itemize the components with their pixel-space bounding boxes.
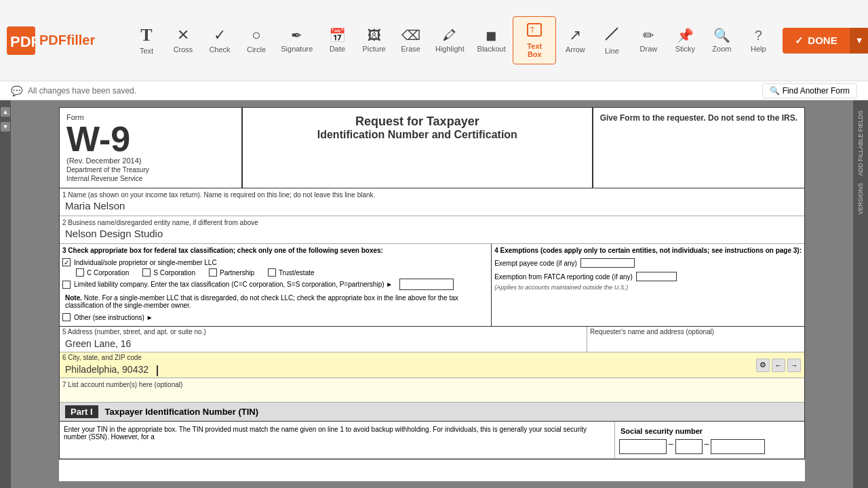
llc-checkbox[interactable] xyxy=(62,281,71,289)
indiv-checkbox-row: ✓ Individual/sole proprietor or single-m… xyxy=(62,258,488,266)
trust-checkbox[interactable] xyxy=(268,268,276,277)
prev-field-button[interactable]: ← xyxy=(772,359,785,372)
tool-textbox[interactable]: T Text Box xyxy=(513,16,556,64)
fatca-label: Exemption from FATCA reporting code (if … xyxy=(494,273,633,281)
tool-text[interactable]: T Text xyxy=(129,21,164,60)
next-field-button[interactable]: → xyxy=(787,359,801,372)
nav-up-button[interactable]: ▲ xyxy=(1,107,10,117)
circle-icon: ○ xyxy=(252,28,260,43)
tool-arrow[interactable]: ↗ Arrow xyxy=(557,22,593,59)
done-checkmark-icon: ✓ xyxy=(795,35,804,47)
tool-zoom[interactable]: 🔍 Zoom xyxy=(704,23,739,58)
field3-label: 3 Check appropriate box for federal tax … xyxy=(62,247,488,256)
tool-sticky[interactable]: 📌 Sticky xyxy=(667,23,703,58)
cross-icon: ✕ xyxy=(177,28,189,43)
settings-button[interactable]: ⚙ xyxy=(756,359,770,372)
field7-row: 7 List account number(s) here (optional) xyxy=(60,378,804,403)
scorp-option: S Corporation xyxy=(142,268,195,277)
form-department1: Department of the Treasury xyxy=(66,166,235,174)
exempt-payee-row: Exempt payee code (if any) xyxy=(494,258,802,268)
tin-right: Social security number – – xyxy=(614,422,804,458)
field-controls: ⚙ ← → xyxy=(756,359,801,372)
logo-text: PDFfiller xyxy=(39,33,95,48)
ssn-label: Social security number xyxy=(619,426,800,436)
document: Form W-9 (Rev. December 2014) Department… xyxy=(59,107,805,481)
svg-text:T: T xyxy=(530,26,534,34)
tool-arrow-label: Arrow xyxy=(566,45,585,54)
llc-input[interactable] xyxy=(399,279,454,290)
field6-value[interactable]: Philadelphia, 90432 xyxy=(60,363,154,378)
check-icon: ✓ xyxy=(214,28,226,43)
fatca-row: Exemption from FATCA reporting code (if … xyxy=(494,272,802,281)
tool-check[interactable]: ✓ Check xyxy=(202,22,237,59)
tool-help-label: Help xyxy=(751,45,766,53)
ssn-box-3[interactable] xyxy=(711,439,765,454)
field7-value[interactable] xyxy=(60,388,804,401)
signature-icon: ✒ xyxy=(291,28,302,42)
part1-header: Part I Taxpayer Identification Number (T… xyxy=(60,403,804,422)
tool-check-label: Check xyxy=(209,45,230,54)
part1-label: Part I xyxy=(65,405,98,418)
done-label: DONE xyxy=(808,35,837,46)
note-text: Note. Note. For a single-member LLC that… xyxy=(62,292,488,311)
tool-cross[interactable]: ✕ Cross xyxy=(165,22,201,59)
tin-section: Enter your TIN in the appropriate box. T… xyxy=(60,422,804,459)
tool-signature[interactable]: ✒ Signature xyxy=(275,23,319,58)
logo-area: PDF PDFfiller xyxy=(7,26,115,55)
field7-label: 7 List account number(s) here (optional) xyxy=(60,380,804,388)
fatca-input[interactable] xyxy=(636,272,677,281)
tool-picture[interactable]: 🖼 Picture xyxy=(357,23,392,58)
ssn-box-2[interactable] xyxy=(675,439,703,454)
tool-help[interactable]: ? Help xyxy=(741,23,776,58)
tool-highlight[interactable]: 🖍 Highlight xyxy=(430,23,471,58)
document-area: Form W-9 (Rev. December 2014) Department… xyxy=(11,100,853,488)
other-label: Other (see instructions) ► xyxy=(74,314,153,321)
tool-text-label: Text xyxy=(140,47,153,55)
tool-cross-label: Cross xyxy=(174,45,193,54)
field2-value[interactable]: Nelson Design Studio xyxy=(60,226,804,242)
tool-zoom-label: Zoom xyxy=(712,45,731,53)
tool-date-label: Date xyxy=(330,45,345,53)
fatca-note: (Applies to accounts maintained outside … xyxy=(494,284,802,291)
tool-date[interactable]: 📅 Date xyxy=(320,23,355,58)
field1-value[interactable]: Maria Nelson xyxy=(60,199,804,214)
tool-line-label: Line xyxy=(605,47,619,55)
find-another-form-button[interactable]: 🔍 Find Another Form xyxy=(762,83,857,98)
indiv-checkbox[interactable]: ✓ xyxy=(62,258,71,266)
address-field: 5 Address (number, street, and apt. or s… xyxy=(60,327,587,352)
partner-label: Partnership xyxy=(220,269,254,277)
partner-checkbox[interactable] xyxy=(209,268,217,277)
tool-sticky-label: Sticky xyxy=(675,45,695,53)
field5-value[interactable]: Green Lane, 16 xyxy=(60,337,587,352)
form-center-header: Request for Taxpayer Identification Numb… xyxy=(243,108,593,188)
tool-draw[interactable]: ✏ Draw xyxy=(631,23,666,58)
scorp-label: S Corporation xyxy=(153,269,195,277)
ccorp-checkbox[interactable] xyxy=(76,268,84,277)
indiv-label: Individual/sole proprietor or single-mem… xyxy=(74,259,217,266)
exempt-payee-input[interactable] xyxy=(580,258,635,268)
exempt-payee-label: Exempt payee code (if any) xyxy=(494,260,577,267)
ccorp-option: C Corporation xyxy=(76,268,129,277)
done-button[interactable]: ✓ DONE xyxy=(783,28,849,54)
cursor-indicator xyxy=(157,365,158,376)
ccorp-label: C Corporation xyxy=(87,269,129,277)
tool-circle-label: Circle xyxy=(247,45,266,54)
trust-label: Trust/estate xyxy=(279,269,314,277)
tool-circle[interactable]: ○ Circle xyxy=(239,22,274,59)
other-checkbox[interactable] xyxy=(62,313,71,321)
tool-erase[interactable]: ⌫ Erase xyxy=(393,23,429,58)
main-area: ▲ ▼ Form W-9 (Rev. December 2014) Depart… xyxy=(0,100,868,488)
form-revision: (Rev. December 2014) xyxy=(66,157,235,165)
other-checkbox-row: Other (see instructions) ► xyxy=(62,313,488,321)
add-fillable-label: ADD FILLABLE FIELDS xyxy=(857,107,864,180)
nav-down-button[interactable]: ▼ xyxy=(1,122,10,131)
scorp-checkbox[interactable] xyxy=(142,268,151,277)
requester-label: Requester's name and address (optional) xyxy=(587,327,804,337)
tool-line[interactable]: Line xyxy=(594,21,629,60)
field1-row: 1 Name (as shown on your income tax retu… xyxy=(60,188,804,216)
tin-instructions: Enter your TIN in the appropriate box. T… xyxy=(60,422,614,458)
ssn-box-1[interactable] xyxy=(619,439,667,454)
tool-blackout[interactable]: ◼ Blackout xyxy=(471,23,511,58)
done-dropdown-button[interactable]: ▼ xyxy=(850,28,868,54)
find-form-label: Find Another Form xyxy=(783,86,850,96)
